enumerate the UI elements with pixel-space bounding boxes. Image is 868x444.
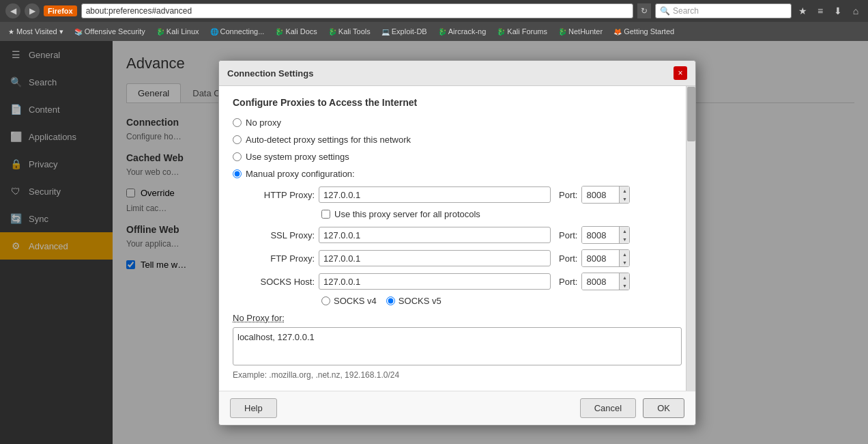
bookmark-nethunter[interactable]: 🐉 NetHunter: [554, 26, 607, 37]
auto-detect-row: Auto-detect proxy settings for this netw…: [233, 135, 682, 145]
bookmark-label: NetHunter: [568, 27, 603, 36]
http-port-input[interactable]: [582, 186, 619, 203]
bookmark-kali-docs[interactable]: 🐉 Kali Docs: [271, 26, 321, 37]
all-protocols-checkbox[interactable]: [321, 210, 330, 219]
cancel-button[interactable]: Cancel: [580, 398, 636, 418]
ftp-port-down[interactable]: ▼: [620, 258, 629, 266]
bookmark-label: Most Visited ▾: [16, 27, 63, 36]
ssl-port-wrap: ▲ ▼: [581, 226, 630, 244]
bookmark-aircrack[interactable]: 🐉 Aircrack-ng: [434, 26, 491, 37]
ssl-port-up[interactable]: ▲: [620, 227, 629, 235]
toolbar-icons: ★ ≡ ⬇ ⌂: [796, 5, 863, 16]
bookmark-label: Offensive Security: [85, 27, 145, 36]
socks-v4-label[interactable]: SOCKS v4: [334, 296, 377, 306]
all-protocols-label[interactable]: Use this proxy server for all protocols: [334, 209, 480, 219]
manual-proxy-row: Manual proxy configuration:: [233, 169, 682, 179]
book-icon: 📚: [74, 28, 83, 36]
http-proxy-row: HTTP Proxy: Port: ▲ ▼: [246, 186, 682, 204]
socks-host-input[interactable]: [319, 273, 551, 290]
manual-proxy-radio[interactable]: [233, 169, 242, 178]
reader-icon[interactable]: ≡: [813, 5, 827, 16]
ftp-port-wrap: ▲ ▼: [581, 249, 630, 267]
footer-right-buttons: Cancel OK: [580, 398, 684, 418]
firefox-icon: 🦊: [613, 28, 622, 36]
dragon-icon: 🐉: [275, 28, 283, 36]
ssl-port-label: Port:: [559, 230, 577, 240]
bookmark-label: Exploit-DB: [392, 27, 427, 36]
socks-port-label: Port:: [559, 277, 577, 287]
example-text: Example: .mozilla.org, .net.nz, 192.168.…: [233, 370, 682, 380]
url-bar[interactable]: about:preferences#advanced: [81, 3, 633, 18]
no-proxy-label[interactable]: No proxy: [246, 117, 281, 128]
no-proxy-for-label: No Proxy for:: [233, 313, 682, 323]
socks-port-input[interactable]: [582, 273, 619, 290]
dialog-title: Connection Settings: [227, 68, 313, 79]
ssl-proxy-input[interactable]: [319, 227, 551, 243]
bookmark-connecting[interactable]: 🌐 Connecting...: [206, 26, 269, 37]
system-proxy-radio[interactable]: [233, 152, 242, 161]
socks-host-row: SOCKS Host: Port: ▲ ▼: [246, 273, 682, 290]
bookmark-offensive-security[interactable]: 📚 Offensive Security: [70, 26, 149, 37]
ssl-proxy-label: SSL Proxy:: [246, 230, 315, 240]
socks-v4-option: SOCKS v4: [321, 296, 377, 306]
http-port-up[interactable]: ▲: [620, 186, 629, 195]
socks-port-up[interactable]: ▲: [620, 273, 629, 281]
no-proxy-radio[interactable]: [233, 118, 242, 127]
no-proxy-row: No proxy: [233, 117, 682, 128]
http-proxy-label: HTTP Proxy:: [246, 190, 315, 200]
dialog-scrollbar[interactable]: [686, 86, 695, 391]
bookmark-getting-started[interactable]: 🦊 Getting Started: [609, 26, 678, 37]
forward-button[interactable]: ▶: [25, 3, 40, 18]
globe-icon: 🌐: [210, 28, 218, 36]
bookmark-most-visited[interactable]: ★ Most Visited ▾: [4, 26, 68, 38]
http-port-label: Port:: [559, 190, 577, 200]
socks-v5-option: SOCKS v5: [386, 296, 442, 306]
star-icon: ★: [8, 28, 14, 36]
http-port-spinners: ▲ ▼: [619, 186, 629, 203]
socks-v4-radio[interactable]: [321, 296, 330, 305]
ssl-port-down[interactable]: ▼: [620, 235, 629, 243]
star-icon[interactable]: ★: [796, 5, 809, 16]
bookmark-label: Getting Started: [624, 27, 674, 36]
computer-icon: 💻: [381, 28, 390, 36]
auto-detect-label[interactable]: Auto-detect proxy settings for this netw…: [246, 135, 411, 145]
ftp-port-input[interactable]: [582, 250, 619, 266]
search-bar[interactable]: 🔍 Search: [655, 3, 792, 18]
system-proxy-label[interactable]: Use system proxy settings: [246, 152, 349, 162]
ssl-port-input[interactable]: [582, 227, 619, 243]
url-text: about:preferences#advanced: [86, 6, 192, 16]
http-port-down[interactable]: ▼: [620, 195, 629, 203]
socks-version-row: SOCKS v4 SOCKS v5: [321, 296, 682, 306]
firefox-badge: Firefox: [44, 5, 77, 16]
bookmark-kali-forums[interactable]: 🐉 Kali Forums: [493, 26, 551, 37]
download-icon[interactable]: ⬇: [831, 5, 845, 16]
home-icon[interactable]: ⌂: [849, 5, 863, 16]
bookmark-kali-linux[interactable]: 🐉 Kali Linux: [152, 26, 203, 37]
dragon-icon: 🐉: [497, 28, 505, 36]
manual-proxy-label[interactable]: Manual proxy configuration:: [246, 169, 355, 179]
refresh-button[interactable]: ↻: [637, 3, 651, 18]
dragon-icon: 🐉: [328, 28, 336, 36]
bookmark-kali-tools[interactable]: 🐉 Kali Tools: [324, 26, 375, 37]
socks-v5-radio[interactable]: [386, 296, 395, 305]
socks-v5-label[interactable]: SOCKS v5: [399, 296, 442, 306]
bookmark-exploit-db[interactable]: 💻 Exploit-DB: [377, 26, 431, 37]
no-proxy-textarea[interactable]: localhost, 127.0.0.1: [233, 327, 682, 365]
back-button[interactable]: ◀: [5, 3, 20, 18]
help-button[interactable]: Help: [230, 398, 277, 418]
socks-port-spinners: ▲ ▼: [619, 273, 629, 290]
auto-detect-radio[interactable]: [233, 135, 242, 144]
ftp-port-up[interactable]: ▲: [620, 250, 629, 258]
dialog-close-button[interactable]: ×: [674, 66, 687, 80]
ok-button[interactable]: OK: [643, 398, 684, 418]
bookmark-label: Kali Docs: [285, 27, 317, 36]
search-placeholder: Search: [673, 6, 699, 16]
http-port-wrap: ▲ ▼: [581, 186, 630, 204]
socks-host-label: SOCKS Host:: [246, 277, 315, 287]
socks-port-down[interactable]: ▼: [620, 281, 629, 290]
dragon-icon: 🐉: [156, 28, 164, 36]
http-proxy-input[interactable]: [319, 186, 551, 203]
browser-toolbar: ◀ ▶ Firefox about:preferences#advanced ↻…: [0, 0, 868, 22]
ftp-proxy-input[interactable]: [319, 250, 551, 266]
dialog-footer: Help Cancel OK: [219, 391, 695, 425]
